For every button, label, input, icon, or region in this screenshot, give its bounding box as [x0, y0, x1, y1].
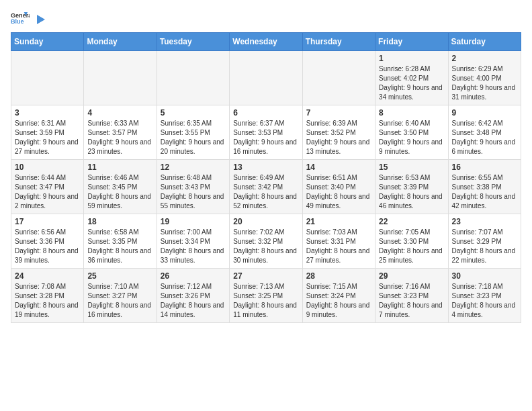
- calendar-cell: 11Sunrise: 6:46 AMSunset: 3:45 PMDayligh…: [84, 160, 157, 214]
- day-number: 30: [452, 271, 517, 281]
- day-number: 9: [452, 108, 517, 118]
- day-info: Sunrise: 6:46 AMSunset: 3:45 PMDaylight:…: [87, 173, 152, 211]
- day-info: Sunrise: 7:02 AMSunset: 3:32 PMDaylight:…: [233, 228, 298, 265]
- calendar-cell: 10Sunrise: 6:44 AMSunset: 3:47 PMDayligh…: [11, 160, 84, 214]
- calendar-cell: 29Sunrise: 7:16 AMSunset: 3:23 PMDayligh…: [375, 269, 448, 323]
- day-info: Sunrise: 6:39 AMSunset: 3:52 PMDaylight:…: [306, 119, 371, 156]
- day-number: 14: [306, 163, 371, 172]
- day-info: Sunrise: 6:40 AMSunset: 3:50 PMDaylight:…: [379, 119, 444, 156]
- calendar-cell: 9Sunrise: 6:42 AMSunset: 3:48 PMDaylight…: [448, 105, 521, 160]
- day-info: Sunrise: 6:33 AMSunset: 3:57 PMDaylight:…: [87, 119, 152, 156]
- calendar-week-row: 17Sunrise: 6:56 AMSunset: 3:36 PMDayligh…: [11, 214, 521, 269]
- day-number: 2: [452, 54, 517, 63]
- calendar-cell: 8Sunrise: 6:40 AMSunset: 3:50 PMDaylight…: [375, 105, 448, 160]
- calendar-cell: 27Sunrise: 7:13 AMSunset: 3:25 PMDayligh…: [230, 269, 302, 323]
- day-number: 20: [233, 217, 298, 226]
- calendar-cell: 2Sunrise: 6:29 AMSunset: 4:00 PMDaylight…: [448, 51, 521, 105]
- calendar-cell: 12Sunrise: 6:48 AMSunset: 3:43 PMDayligh…: [157, 160, 229, 214]
- column-header-tuesday: Tuesday: [157, 33, 229, 51]
- calendar-cell: [11, 51, 84, 105]
- day-info: Sunrise: 6:29 AMSunset: 4:00 PMDaylight:…: [452, 64, 517, 102]
- day-info: Sunrise: 7:10 AMSunset: 3:27 PMDaylight:…: [87, 282, 152, 320]
- calendar-cell: [302, 51, 375, 105]
- day-info: Sunrise: 7:03 AMSunset: 3:31 PMDaylight:…: [306, 228, 371, 265]
- day-number: 10: [15, 163, 80, 172]
- day-info: Sunrise: 6:49 AMSunset: 3:42 PMDaylight:…: [233, 173, 298, 211]
- day-number: 4: [87, 108, 152, 118]
- column-header-sunday: Sunday: [11, 33, 84, 51]
- day-info: Sunrise: 6:42 AMSunset: 3:48 PMDaylight:…: [452, 119, 517, 156]
- calendar-header-row: SundayMondayTuesdayWednesdayThursdayFrid…: [11, 33, 521, 51]
- calendar-cell: [230, 51, 302, 105]
- calendar-cell: 22Sunrise: 7:05 AMSunset: 3:30 PMDayligh…: [375, 214, 448, 269]
- day-number: 21: [306, 217, 371, 226]
- calendar-cell: 3Sunrise: 6:31 AMSunset: 3:59 PMDaylight…: [11, 105, 84, 160]
- day-number: 16: [452, 163, 517, 172]
- day-number: 15: [379, 163, 444, 172]
- calendar-cell: 20Sunrise: 7:02 AMSunset: 3:32 PMDayligh…: [230, 214, 302, 269]
- day-info: Sunrise: 6:55 AMSunset: 3:38 PMDaylight:…: [452, 173, 517, 211]
- day-number: 8: [379, 108, 444, 118]
- day-info: Sunrise: 7:08 AMSunset: 3:28 PMDaylight:…: [15, 282, 80, 320]
- day-info: Sunrise: 7:07 AMSunset: 3:29 PMDaylight:…: [452, 228, 517, 265]
- day-number: 11: [87, 163, 152, 172]
- column-header-friday: Friday: [375, 33, 448, 51]
- day-number: 28: [306, 271, 371, 281]
- calendar-cell: 24Sunrise: 7:08 AMSunset: 3:28 PMDayligh…: [11, 269, 84, 323]
- day-info: Sunrise: 6:53 AMSunset: 3:39 PMDaylight:…: [379, 173, 444, 211]
- day-number: 18: [87, 217, 152, 226]
- calendar-cell: 13Sunrise: 6:49 AMSunset: 3:42 PMDayligh…: [230, 160, 302, 214]
- calendar-cell: 18Sunrise: 6:58 AMSunset: 3:35 PMDayligh…: [84, 214, 157, 269]
- calendar-cell: 6Sunrise: 6:37 AMSunset: 3:53 PMDaylight…: [230, 105, 302, 160]
- day-number: 23: [452, 217, 517, 226]
- day-number: 19: [161, 217, 226, 226]
- calendar-table: SundayMondayTuesdayWednesdayThursdayFrid…: [11, 32, 521, 323]
- day-info: Sunrise: 6:37 AMSunset: 3:53 PMDaylight:…: [233, 119, 298, 156]
- day-number: 26: [161, 271, 226, 281]
- day-number: 1: [379, 54, 444, 63]
- day-number: 7: [306, 108, 371, 118]
- day-info: Sunrise: 6:28 AMSunset: 4:02 PMDaylight:…: [379, 64, 444, 102]
- day-info: Sunrise: 7:12 AMSunset: 3:26 PMDaylight:…: [161, 282, 226, 320]
- day-info: Sunrise: 7:15 AMSunset: 3:24 PMDaylight:…: [306, 282, 371, 320]
- logo-arrow-icon: [33, 14, 45, 25]
- calendar-cell: 26Sunrise: 7:12 AMSunset: 3:26 PMDayligh…: [157, 269, 229, 323]
- calendar-body: 1Sunrise: 6:28 AMSunset: 4:02 PMDaylight…: [11, 51, 521, 323]
- column-header-thursday: Thursday: [302, 33, 375, 51]
- calendar-cell: [157, 51, 229, 105]
- header: General Blue: [11, 11, 521, 26]
- column-header-saturday: Saturday: [448, 33, 521, 51]
- day-info: Sunrise: 7:13 AMSunset: 3:25 PMDaylight:…: [233, 282, 298, 320]
- logo-icon: General Blue: [11, 11, 30, 26]
- calendar-cell: 5Sunrise: 6:35 AMSunset: 3:55 PMDaylight…: [157, 105, 229, 160]
- calendar-cell: 1Sunrise: 6:28 AMSunset: 4:02 PMDaylight…: [375, 51, 448, 105]
- day-info: Sunrise: 7:18 AMSunset: 3:23 PMDaylight:…: [452, 282, 517, 320]
- calendar-week-row: 1Sunrise: 6:28 AMSunset: 4:02 PMDaylight…: [11, 51, 521, 105]
- day-info: Sunrise: 6:48 AMSunset: 3:43 PMDaylight:…: [161, 173, 226, 211]
- calendar-cell: 21Sunrise: 7:03 AMSunset: 3:31 PMDayligh…: [302, 214, 375, 269]
- calendar-cell: 16Sunrise: 6:55 AMSunset: 3:38 PMDayligh…: [448, 160, 521, 214]
- calendar-cell: 14Sunrise: 6:51 AMSunset: 3:40 PMDayligh…: [302, 160, 375, 214]
- day-number: 24: [15, 271, 80, 281]
- calendar-cell: 17Sunrise: 6:56 AMSunset: 3:36 PMDayligh…: [11, 214, 84, 269]
- day-number: 13: [233, 163, 298, 172]
- day-info: Sunrise: 6:58 AMSunset: 3:35 PMDaylight:…: [87, 228, 152, 265]
- day-info: Sunrise: 6:44 AMSunset: 3:47 PMDaylight:…: [15, 173, 80, 211]
- svg-text:Blue: Blue: [11, 18, 24, 25]
- svg-marker-3: [37, 15, 45, 24]
- calendar-cell: [84, 51, 157, 105]
- day-info: Sunrise: 7:00 AMSunset: 3:34 PMDaylight:…: [161, 228, 226, 265]
- calendar-cell: 19Sunrise: 7:00 AMSunset: 3:34 PMDayligh…: [157, 214, 229, 269]
- column-header-wednesday: Wednesday: [230, 33, 302, 51]
- day-number: 29: [379, 271, 444, 281]
- day-number: 25: [87, 271, 152, 281]
- calendar-week-row: 3Sunrise: 6:31 AMSunset: 3:59 PMDaylight…: [11, 105, 521, 160]
- day-number: 27: [233, 271, 298, 281]
- calendar-cell: 23Sunrise: 7:07 AMSunset: 3:29 PMDayligh…: [448, 214, 521, 269]
- calendar-week-row: 24Sunrise: 7:08 AMSunset: 3:28 PMDayligh…: [11, 269, 521, 323]
- column-header-monday: Monday: [84, 33, 157, 51]
- calendar-cell: 7Sunrise: 6:39 AMSunset: 3:52 PMDaylight…: [302, 105, 375, 160]
- day-info: Sunrise: 7:05 AMSunset: 3:30 PMDaylight:…: [379, 228, 444, 265]
- day-number: 6: [233, 108, 298, 118]
- calendar-cell: 30Sunrise: 7:18 AMSunset: 3:23 PMDayligh…: [448, 269, 521, 323]
